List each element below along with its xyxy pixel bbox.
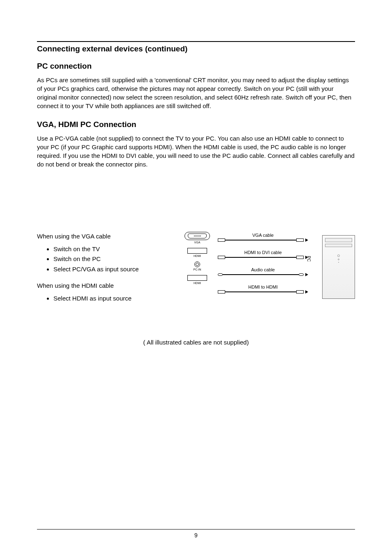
vga-hdmi-heading: VGA, HDMI PC Connection — [37, 120, 355, 129]
pc-connection-heading: PC connection — [37, 62, 355, 71]
hdmi-port-icon-2 — [187, 275, 207, 281]
hdmi-port-label-1: HDMI — [177, 254, 218, 257]
hdmi-connector-icon — [218, 256, 225, 259]
hdmi-connector-icon — [218, 290, 225, 294]
vga-step-1: Switch on the TV — [53, 245, 160, 254]
hdmi-lead-text: When using the HDMI cable — [37, 281, 160, 291]
hdmi-port-icon — [187, 248, 207, 254]
vga-connector-icon — [296, 238, 304, 242]
page-title: Connecting external devices (continued) — [37, 44, 355, 53]
audio-connector-icon — [218, 273, 223, 276]
vga-port-icon — [184, 232, 210, 240]
pc-label: PC — [307, 256, 311, 262]
vga-connector-icon — [218, 238, 225, 242]
vga-step-3: Select PC/VGA as input source — [53, 265, 160, 274]
hdmi-connector-icon — [296, 290, 304, 294]
cables-footnote: ( All illustrated cables are not supplie… — [37, 339, 355, 346]
arrow-right-icon — [305, 273, 308, 276]
arrow-right-icon — [305, 290, 308, 294]
pcin-port-label: PC-IN — [177, 268, 218, 271]
hdmi-hdmi-cable-label: HDMI to HDMI — [248, 284, 278, 289]
vga-port-label: VGA — [177, 241, 218, 244]
vga-cable-label: VGA cable — [252, 233, 274, 238]
page-number: 9 — [37, 529, 355, 539]
vga-lead-text: When using the VGA cable — [37, 232, 160, 241]
hdmi-dvi-cable-label: HDMI to DVI cable — [244, 250, 281, 255]
hdmi-step-1: Select HDMI as input source — [53, 294, 160, 303]
vga-step-2: Switch on the PC — [53, 254, 160, 264]
dvi-connector-icon — [296, 256, 304, 259]
pc-connection-body: As PCs are sometimes still supplied with… — [37, 76, 355, 110]
hdmi-port-label-2: HDMI — [177, 282, 218, 284]
pcin-port-icon — [194, 261, 200, 267]
audio-cable-label: Audio cable — [251, 267, 275, 272]
arrow-right-icon — [305, 238, 308, 242]
connection-diagram: VGA HDMI PC-IN HDMI VGA cable HDMI to DV… — [168, 232, 355, 314]
tv-panel-icon: VGA HDMI PC-IN HDMI — [177, 232, 218, 289]
pc-tower-icon — [322, 235, 355, 299]
audio-connector-icon — [299, 273, 304, 276]
vga-hdmi-body: Use a PC-VGA cable (not supplied) to con… — [37, 134, 355, 169]
